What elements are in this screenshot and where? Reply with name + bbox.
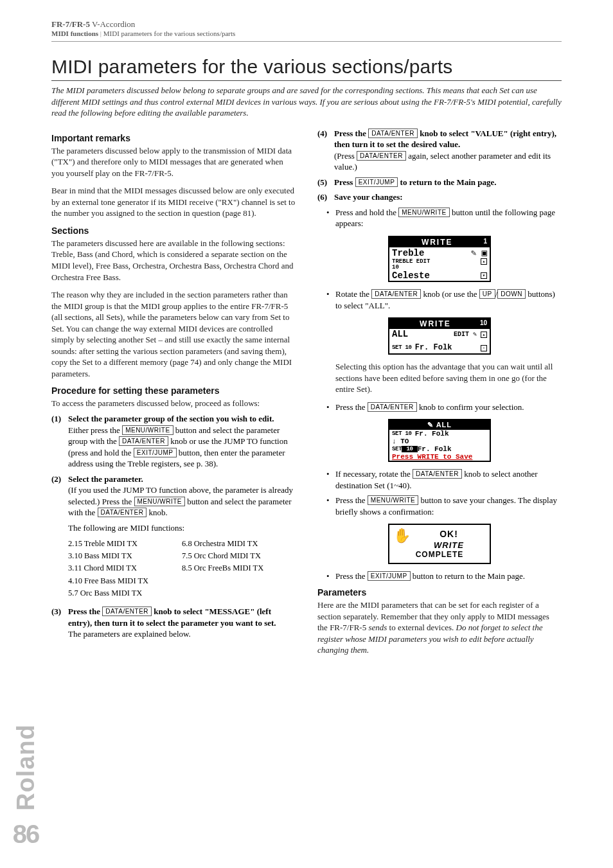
step-4: (4) Press the DATA/ENTER knob to select … — [317, 128, 562, 173]
product-line: FR-7/FR-5 V-Accordion — [51, 19, 562, 30]
step-2-bold: Select the parameter. — [68, 474, 143, 484]
step-2-follow: The following are MIDI functions: — [68, 522, 296, 534]
product-bold: FR-7/FR-5 — [51, 19, 90, 29]
lcd-screen-3: ✎ ALL SET 10 Fr. Folk ↓ TO SET 10 Fr. Fo… — [317, 419, 562, 462]
p-procedure: To access the parameters discussed below… — [51, 398, 296, 409]
p-parameters: Here are the MIDI parameters that can be… — [317, 599, 562, 656]
data-enter-key: DATA/ENTER — [357, 151, 406, 161]
step-1-text: Select the parameter group of the sectio… — [68, 413, 296, 470]
p-sections-1: The parameters discussed here are availa… — [51, 238, 296, 283]
page-header: FR-7/FR-5 V-Accordion MIDI functions | M… — [51, 19, 562, 42]
p-after-lcd2: Selecting this option has the advantage … — [335, 361, 562, 395]
midi-item: 2.15 Treble MIDI TX — [68, 538, 182, 550]
midi-function-list: 2.15 Treble MIDI TX 3.10 Bass MIDI TX 3.… — [68, 538, 296, 600]
midi-item: 3.11 Chord MIDI TX — [68, 562, 182, 574]
step-1-num: (1) — [51, 413, 68, 470]
menu-write-key: MENU/WRITE — [398, 208, 449, 217]
midi-item: 4.10 Free Bass MIDI TX — [68, 575, 182, 587]
scroll-up-icon: ▴ — [481, 258, 487, 265]
lcd-screen-1: WRITE1 Treble✎ ▣ TREBLE EDIT▴ 10 Celeste… — [317, 236, 562, 282]
step-3-num: (3) — [51, 606, 68, 640]
bullet-2: • Rotate the DATA/ENTER knob (or use the… — [317, 288, 562, 311]
scroll-down-icon: ▾ — [481, 272, 487, 279]
step-3-text: Press the DATA/ENTER knob to select "MES… — [68, 606, 296, 640]
step-6-num: (6) — [317, 191, 334, 203]
roland-logo: Roland — [12, 724, 40, 811]
manual-page: FR-7/FR-5 V-Accordion MIDI functions | M… — [0, 0, 613, 868]
data-enter-key: DATA/ENTER — [368, 402, 417, 412]
step-5-num: (5) — [317, 177, 334, 188]
p-important-2: Bear in mind that the MIDI messages disc… — [51, 185, 296, 219]
data-enter-key: DATA/ENTER — [368, 128, 418, 138]
step-2-num: (2) — [51, 474, 68, 534]
exit-jump-key: EXIT/JUMP — [368, 571, 411, 581]
step-6-text: Save your changes: — [334, 191, 562, 203]
brand-sidebar: Roland 86 — [6, 724, 45, 849]
two-columns: Important remarks The parameters discuss… — [51, 128, 562, 662]
step-3: (3) Press the DATA/ENTER knob to select … — [51, 606, 296, 640]
intro-paragraph: The MIDI parameters discussed below belo… — [51, 85, 562, 119]
midi-item: 7.5 Orc Chord MIDI TX — [182, 550, 296, 562]
left-column: Important remarks The parameters discuss… — [51, 128, 296, 662]
midi-col-right: 6.8 Orchestra MIDI TX 7.5 Orc Chord MIDI… — [182, 538, 296, 600]
step-2: (2) Select the parameter. (If you used t… — [51, 474, 296, 534]
heading-parameters: Parameters — [317, 587, 562, 598]
data-enter-key: DATA/ENTER — [371, 289, 421, 299]
page-title: MIDI parameters for the various sections… — [51, 56, 562, 81]
menu-write-key: MENU/WRITE — [368, 495, 418, 505]
bullet-4: • If necessary, rotate the DATA/ENTER kn… — [317, 468, 562, 491]
edit-icon: ✎ ▣ — [471, 247, 487, 258]
product-thin: V-Accordion — [90, 19, 135, 29]
step-3-plain: The parameters are explained below. — [68, 629, 191, 639]
bullet-3: • Press the DATA/ENTER knob to confirm y… — [317, 402, 562, 413]
step-2-text: Select the parameter. (If you used the J… — [68, 474, 296, 534]
midi-item: 8.5 Orc FreeBs MIDI TX — [182, 562, 296, 574]
crumb-section: MIDI functions — [51, 30, 98, 37]
p-important-1: The parameters discussed below apply to … — [51, 145, 296, 179]
midi-col-left: 2.15 Treble MIDI TX 3.10 Bass MIDI TX 3.… — [68, 538, 182, 600]
breadcrumb: MIDI functions | MIDI parameters for the… — [51, 30, 562, 37]
midi-item: 6.8 Orchestra MIDI TX — [182, 538, 296, 550]
step-5-text: Press EXIT/JUMP to return to the Main pa… — [334, 177, 562, 188]
menu-write-key: MENU/WRITE — [134, 497, 185, 506]
right-column: (4) Press the DATA/ENTER knob to select … — [317, 128, 562, 662]
data-enter-key: DATA/ENTER — [413, 469, 462, 479]
exit-jump-key: EXIT/JUMP — [355, 177, 398, 187]
page-number: 86 — [6, 820, 45, 849]
bullet-6: • Press the EXIT/JUMP button to return t… — [317, 571, 562, 582]
bullet-1: • Press and hold the MENU/WRITE button u… — [317, 207, 562, 229]
heading-procedure: Procedure for setting these parameters — [51, 385, 296, 396]
bullet-5: • Press the MENU/WRITE button to save yo… — [317, 495, 562, 517]
menu-write-key: MENU/WRITE — [122, 425, 173, 435]
step-1-bold: Select the parameter group of the sectio… — [68, 414, 274, 423]
scroll-up-icon: ▴ — [481, 332, 487, 338]
crumb-page: MIDI parameters for the various sections… — [103, 30, 236, 37]
hand-icon: ✋ — [393, 529, 411, 543]
crumb-sep: | — [98, 30, 103, 37]
midi-item: 5.7 Orc Bass MIDI TX — [68, 587, 182, 599]
data-enter-key: DATA/ENTER — [102, 607, 152, 616]
exit-jump-key: EXIT/JUMP — [134, 448, 177, 457]
step-1: (1) Select the parameter group of the se… — [51, 413, 296, 470]
data-enter-key: DATA/ENTER — [98, 508, 147, 517]
down-key: DOWN — [497, 289, 526, 299]
lcd-screen-2: WRITE10 ALLEDIT ✎ ▴ SET 10 Fr. Folk▫ — [317, 317, 562, 355]
lcd-screen-4: ✋ OK! WRITE COMPLETE — [317, 524, 562, 564]
heading-important: Important remarks — [51, 133, 296, 143]
step-4-num: (4) — [317, 128, 334, 173]
up-key: UP — [479, 289, 495, 299]
scroll-down-icon: ▫ — [481, 345, 487, 351]
step-6: (6) Save your changes: — [317, 191, 562, 203]
step-4-text: Press the DATA/ENTER knob to select "VAL… — [334, 128, 562, 173]
heading-sections: Sections — [51, 226, 296, 236]
step-5: (5) Press EXIT/JUMP to return to the Mai… — [317, 177, 562, 188]
p-sections-2: The reason why they are included in the … — [51, 289, 296, 379]
data-enter-key: DATA/ENTER — [119, 436, 168, 446]
midi-item: 3.10 Bass MIDI TX — [68, 550, 182, 562]
